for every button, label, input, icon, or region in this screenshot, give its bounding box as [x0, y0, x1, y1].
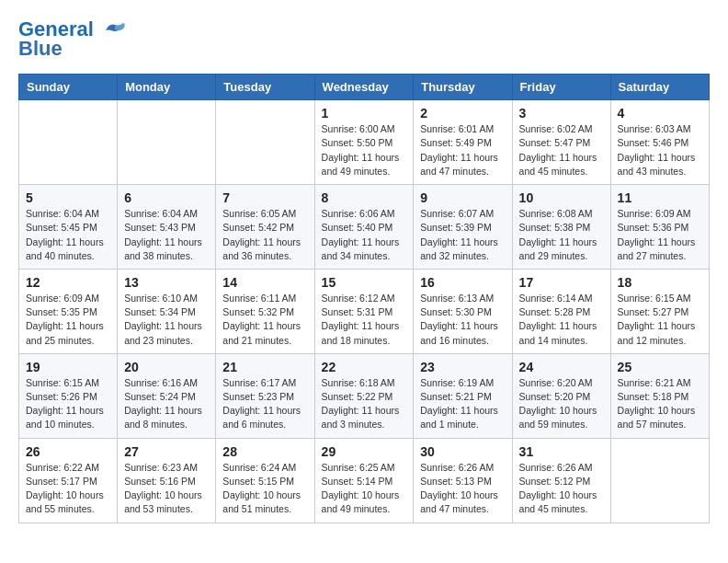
calendar-cell: 10Sunrise: 6:08 AM Sunset: 5:38 PM Dayli…: [512, 185, 610, 270]
day-info: Sunrise: 6:01 AM Sunset: 5:49 PM Dayligh…: [420, 122, 505, 178]
calendar-cell: 12Sunrise: 6:09 AM Sunset: 5:35 PM Dayli…: [19, 269, 118, 353]
calendar-cell: 20Sunrise: 6:16 AM Sunset: 5:24 PM Dayli…: [118, 353, 216, 438]
day-info: Sunrise: 6:21 AM Sunset: 5:18 PM Dayligh…: [618, 376, 702, 432]
page-container: General Blue SundayMondayTuesdayWednesda…: [0, 0, 728, 533]
day-number: 27: [124, 444, 209, 459]
day-info: Sunrise: 6:22 AM Sunset: 5:17 PM Dayligh…: [26, 461, 110, 517]
weekday-header-thursday: Thursday: [414, 75, 512, 100]
day-info: Sunrise: 6:09 AM Sunset: 5:35 PM Dayligh…: [26, 292, 110, 348]
day-info: Sunrise: 6:15 AM Sunset: 5:27 PM Dayligh…: [618, 292, 702, 348]
calendar-cell: 16Sunrise: 6:13 AM Sunset: 5:30 PM Dayli…: [414, 269, 512, 353]
calendar-cell: 23Sunrise: 6:19 AM Sunset: 5:21 PM Dayli…: [414, 353, 512, 438]
day-number: 10: [519, 190, 604, 205]
calendar-cell: [118, 100, 216, 185]
calendar-cell: [19, 100, 118, 185]
calendar-cell: 7Sunrise: 6:05 AM Sunset: 5:42 PM Daylig…: [216, 185, 314, 270]
calendar-week-row: 5Sunrise: 6:04 AM Sunset: 5:45 PM Daylig…: [19, 185, 710, 270]
calendar-cell: 2Sunrise: 6:01 AM Sunset: 5:49 PM Daylig…: [414, 100, 512, 185]
day-number: 21: [222, 360, 307, 374]
day-info: Sunrise: 6:16 AM Sunset: 5:24 PM Dayligh…: [124, 376, 209, 432]
calendar-week-row: 12Sunrise: 6:09 AM Sunset: 5:35 PM Dayli…: [19, 269, 710, 353]
day-number: 18: [618, 275, 702, 290]
day-info: Sunrise: 6:11 AM Sunset: 5:32 PM Dayligh…: [222, 292, 307, 348]
day-number: 9: [420, 190, 505, 205]
day-number: 19: [26, 360, 110, 374]
calendar-cell: 5Sunrise: 6:04 AM Sunset: 5:45 PM Daylig…: [19, 185, 118, 270]
day-number: 23: [420, 360, 505, 374]
day-info: Sunrise: 6:00 AM Sunset: 5:50 PM Dayligh…: [322, 122, 407, 178]
logo-blue-text: Blue: [18, 39, 128, 59]
day-info: Sunrise: 6:13 AM Sunset: 5:30 PM Dayligh…: [420, 292, 505, 348]
day-number: 1: [322, 106, 407, 121]
calendar-cell: 31Sunrise: 6:26 AM Sunset: 5:12 PM Dayli…: [512, 438, 610, 523]
day-number: 5: [26, 190, 110, 205]
calendar-cell: 28Sunrise: 6:24 AM Sunset: 5:15 PM Dayli…: [216, 438, 314, 523]
day-number: 30: [420, 444, 505, 459]
calendar-table: SundayMondayTuesdayWednesdayThursdayFrid…: [18, 74, 710, 523]
logo: General Blue: [18, 18, 128, 59]
weekday-header-row: SundayMondayTuesdayWednesdayThursdayFrid…: [19, 75, 710, 100]
day-info: Sunrise: 6:12 AM Sunset: 5:31 PM Dayligh…: [322, 292, 407, 348]
day-info: Sunrise: 6:08 AM Sunset: 5:38 PM Dayligh…: [519, 207, 604, 263]
day-info: Sunrise: 6:26 AM Sunset: 5:12 PM Dayligh…: [519, 461, 604, 517]
day-number: 14: [222, 275, 307, 290]
calendar-cell: 19Sunrise: 6:15 AM Sunset: 5:26 PM Dayli…: [19, 353, 118, 438]
calendar-cell: 1Sunrise: 6:00 AM Sunset: 5:50 PM Daylig…: [314, 100, 414, 185]
day-info: Sunrise: 6:04 AM Sunset: 5:43 PM Dayligh…: [124, 207, 209, 263]
calendar-cell: 13Sunrise: 6:10 AM Sunset: 5:34 PM Dayli…: [118, 269, 216, 353]
header: General Blue: [18, 18, 710, 59]
day-number: 11: [618, 190, 702, 205]
day-number: 17: [519, 275, 604, 290]
day-info: Sunrise: 6:02 AM Sunset: 5:47 PM Dayligh…: [519, 122, 604, 178]
day-info: Sunrise: 6:14 AM Sunset: 5:28 PM Dayligh…: [519, 292, 604, 348]
day-info: Sunrise: 6:07 AM Sunset: 5:39 PM Dayligh…: [420, 207, 505, 263]
day-number: 15: [322, 275, 407, 290]
weekday-header-saturday: Saturday: [610, 75, 709, 100]
calendar-cell: 29Sunrise: 6:25 AM Sunset: 5:14 PM Dayli…: [314, 438, 414, 523]
calendar-cell: [610, 438, 709, 523]
day-number: 2: [420, 106, 505, 121]
calendar-cell: 21Sunrise: 6:17 AM Sunset: 5:23 PM Dayli…: [216, 353, 314, 438]
weekday-header-friday: Friday: [512, 75, 610, 100]
day-number: 31: [519, 444, 604, 459]
day-info: Sunrise: 6:10 AM Sunset: 5:34 PM Dayligh…: [124, 292, 209, 348]
calendar-cell: 30Sunrise: 6:26 AM Sunset: 5:13 PM Dayli…: [414, 438, 512, 523]
day-info: Sunrise: 6:05 AM Sunset: 5:42 PM Dayligh…: [222, 207, 307, 263]
calendar-week-row: 19Sunrise: 6:15 AM Sunset: 5:26 PM Dayli…: [19, 353, 710, 438]
calendar-cell: 17Sunrise: 6:14 AM Sunset: 5:28 PM Dayli…: [512, 269, 610, 353]
calendar-cell: 4Sunrise: 6:03 AM Sunset: 5:46 PM Daylig…: [610, 100, 709, 185]
calendar-week-row: 1Sunrise: 6:00 AM Sunset: 5:50 PM Daylig…: [19, 100, 710, 185]
calendar-cell: 24Sunrise: 6:20 AM Sunset: 5:20 PM Dayli…: [512, 353, 610, 438]
calendar-cell: 25Sunrise: 6:21 AM Sunset: 5:18 PM Dayli…: [610, 353, 709, 438]
day-number: 26: [26, 444, 110, 459]
day-number: 4: [618, 106, 702, 121]
day-number: 16: [420, 275, 505, 290]
day-number: 12: [26, 275, 110, 290]
calendar-cell: 8Sunrise: 6:06 AM Sunset: 5:40 PM Daylig…: [314, 185, 414, 270]
calendar-cell: 15Sunrise: 6:12 AM Sunset: 5:31 PM Dayli…: [314, 269, 414, 353]
weekday-header-tuesday: Tuesday: [216, 75, 314, 100]
day-info: Sunrise: 6:25 AM Sunset: 5:14 PM Dayligh…: [322, 461, 407, 517]
day-info: Sunrise: 6:24 AM Sunset: 5:15 PM Dayligh…: [222, 461, 307, 517]
day-number: 13: [124, 275, 209, 290]
day-number: 8: [322, 190, 407, 205]
day-number: 29: [322, 444, 407, 459]
day-number: 20: [124, 360, 209, 374]
calendar-cell: 3Sunrise: 6:02 AM Sunset: 5:47 PM Daylig…: [512, 100, 610, 185]
calendar-cell: 18Sunrise: 6:15 AM Sunset: 5:27 PM Dayli…: [610, 269, 709, 353]
calendar-cell: [216, 100, 314, 185]
calendar-cell: 22Sunrise: 6:18 AM Sunset: 5:22 PM Dayli…: [314, 353, 414, 438]
day-info: Sunrise: 6:23 AM Sunset: 5:16 PM Dayligh…: [124, 461, 209, 517]
logo-bird-icon: [102, 21, 128, 40]
day-number: 28: [222, 444, 307, 459]
day-info: Sunrise: 6:18 AM Sunset: 5:22 PM Dayligh…: [322, 376, 407, 432]
weekday-header-sunday: Sunday: [19, 75, 118, 100]
day-info: Sunrise: 6:20 AM Sunset: 5:20 PM Dayligh…: [519, 376, 604, 432]
day-info: Sunrise: 6:06 AM Sunset: 5:40 PM Dayligh…: [322, 207, 407, 263]
day-info: Sunrise: 6:15 AM Sunset: 5:26 PM Dayligh…: [26, 376, 110, 432]
day-info: Sunrise: 6:26 AM Sunset: 5:13 PM Dayligh…: [420, 461, 505, 517]
calendar-cell: 26Sunrise: 6:22 AM Sunset: 5:17 PM Dayli…: [19, 438, 118, 523]
day-number: 7: [222, 190, 307, 205]
calendar-cell: 11Sunrise: 6:09 AM Sunset: 5:36 PM Dayli…: [610, 185, 709, 270]
calendar-cell: 6Sunrise: 6:04 AM Sunset: 5:43 PM Daylig…: [118, 185, 216, 270]
